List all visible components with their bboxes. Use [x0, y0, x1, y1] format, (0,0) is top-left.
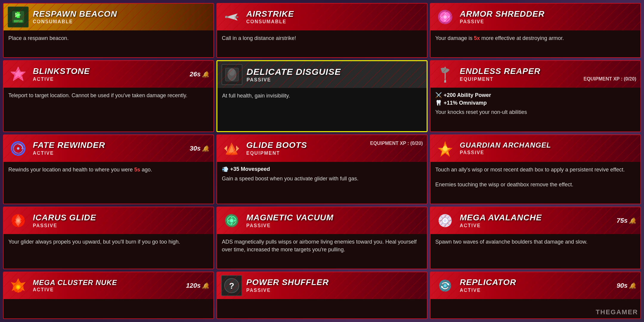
- delicate-disguise-subtitle: PASSIVE: [247, 77, 422, 83]
- svg-point-29: [226, 152, 238, 155]
- card-icarus-glide[interactable]: ICARUS GLIDE PASSIVE Your glider always …: [3, 207, 214, 269]
- svg-point-26: [17, 147, 19, 150]
- mega-cluster-nuke-body: [4, 299, 213, 318]
- mega-avalanche-title-block: MEGA AVALANCHE ACTIVE: [460, 213, 617, 228]
- airstrike-title-block: AIRSTRIKE CONSUMABLE: [246, 10, 423, 25]
- card-mega-avalanche[interactable]: MEGA AVALANCHE ACTIVE 75s 🔔 Spawn two wa…: [430, 207, 641, 269]
- mega-avalanche-timer: 75s: [617, 217, 628, 225]
- card-armor-shredder[interactable]: ARMOR SHREDDER PASSIVE Your damage is 5x…: [430, 3, 641, 58]
- svg-rect-22: [444, 80, 446, 83]
- respawn-beacon-body: Place a respawn beacon.: [4, 30, 213, 57]
- airstrike-desc: Call in a long distance airstrike!: [222, 35, 422, 42]
- airstrike-title: AIRSTRIKE: [246, 10, 423, 19]
- ability-power-icon: ⚔️: [435, 92, 442, 98]
- mega-avalanche-icon: [435, 210, 456, 231]
- blinkstone-desc: Teleport to target location. Cannot be u…: [8, 92, 209, 99]
- card-fate-rewinder[interactable]: FATE REWINDER ACTIVE 30s 🔔 Rewinds your …: [3, 134, 214, 205]
- guardian-archangel-body: Touch an ally's wisp or most recent deat…: [431, 162, 640, 204]
- svg-text:?: ?: [229, 281, 234, 290]
- icarus-glide-subtitle: PASSIVE: [33, 223, 209, 228]
- magnetic-vacuum-icon: [221, 210, 242, 231]
- card-header-magnetic-vacuum: MAGNETIC VACUUM PASSIVE: [217, 207, 427, 234]
- delicate-disguise-icon: [222, 64, 242, 85]
- airstrike-subtitle: CONSUMABLE: [246, 19, 423, 24]
- armor-shredder-desc: Your damage is 5x more effective at dest…: [435, 35, 636, 42]
- card-airstrike[interactable]: AIRSTRIKE CONSUMABLE Call in a long dist…: [216, 3, 428, 58]
- fate-rewinder-icon: [8, 138, 29, 159]
- mega-cluster-nuke-timer: 120s: [186, 282, 201, 290]
- endless-reaper-stats: ⚔️ +200 Ability Power 🦷 +11% Omnivamp: [435, 92, 636, 106]
- card-header-guardian-archangel: GUARDIAN ARCHANGEL PASSIVE: [431, 135, 640, 162]
- fate-rewinder-title-block: FATE REWINDER ACTIVE: [33, 141, 190, 156]
- replicator-icon: [435, 275, 456, 296]
- airstrike-icon: [221, 7, 242, 27]
- svg-point-41: [230, 219, 233, 222]
- card-guardian-archangel[interactable]: GUARDIAN ARCHANGEL PASSIVE Touch an ally…: [430, 134, 641, 205]
- replicator-timer: 90s: [617, 282, 628, 290]
- blinkstone-icon: [8, 64, 29, 85]
- card-header-glide-boots: GLIDE BOOTS EQUIPMENT EQUIPMENT XP : (0/…: [217, 135, 427, 162]
- card-delicate-disguise[interactable]: DELICATE DISGUISE PASSIVE At full health…: [216, 60, 428, 132]
- card-mega-cluster-nuke[interactable]: MEGA CLUSTER NUKE ACTIVE 120s 🔔: [3, 272, 214, 319]
- main-grid: RESPAWN BEACON CONSUMABLE Place a respaw…: [0, 0, 644, 322]
- mega-avalanche-badge: 75s 🔔: [617, 217, 636, 225]
- endless-reaper-title: ENDLESS REAPER: [460, 67, 636, 76]
- stat-movespeed: 💨 +35 Movespeed: [222, 166, 422, 173]
- endless-reaper-icon: [435, 64, 456, 85]
- card-header-airstrike: AIRSTRIKE CONSUMABLE: [217, 4, 427, 30]
- card-header-armor-shredder: ARMOR SHREDDER PASSIVE: [431, 4, 640, 30]
- respawn-beacon-subtitle: CONSUMABLE: [33, 19, 209, 24]
- glide-boots-subtitle: EQUIPMENT: [246, 151, 307, 156]
- card-endless-reaper[interactable]: ENDLESS REAPER EQUIPMENT EQUIPMENT XP : …: [430, 60, 641, 132]
- glide-boots-title-block: GLIDE BOOTS EQUIPMENT EQUIPMENT XP : (0/…: [246, 141, 423, 156]
- mega-avalanche-bell-icon: 🔔: [629, 217, 636, 224]
- card-header-blinkstone: BLINKSTONE ACTIVE 26s 🔔: [4, 61, 213, 88]
- svg-marker-25: [21, 147, 24, 149]
- svg-rect-3: [14, 20, 23, 22]
- movespeed-icon: 💨: [222, 166, 228, 173]
- mega-cluster-nuke-title-block: MEGA CLUSTER NUKE ACTIVE: [33, 279, 186, 292]
- fate-rewinder-body: Rewinds your location and health to wher…: [4, 162, 213, 204]
- guardian-archangel-title-block: GUARDIAN ARCHANGEL PASSIVE: [460, 141, 636, 155]
- glide-boots-desc: Gain a speed boost when you activate gli…: [222, 175, 422, 182]
- watermark: THEGAMER: [596, 308, 638, 316]
- svg-point-14: [443, 15, 447, 19]
- armor-shredder-icon: [435, 7, 456, 27]
- power-shuffler-title: POWER SHUFFLER: [246, 278, 423, 287]
- blinkstone-body: Teleport to target location. Cannot be u…: [4, 88, 213, 131]
- omnivamp-icon: 🦷: [435, 100, 442, 106]
- card-header-mega-cluster-nuke: MEGA CLUSTER NUKE ACTIVE 120s 🔔: [4, 272, 213, 299]
- armor-shredder-title: ARMOR SHREDDER: [460, 10, 636, 19]
- mega-avalanche-desc: Spawn two waves of avalanche boulders th…: [435, 238, 636, 246]
- delicate-disguise-desc: At full health, gain invisibility.: [222, 92, 422, 100]
- card-magnetic-vacuum[interactable]: MAGNETIC VACUUM PASSIVE ADS magnetically…: [216, 207, 428, 269]
- glide-boots-title: GLIDE BOOTS: [246, 141, 307, 150]
- fate-rewinder-timer: 30s: [190, 145, 201, 152]
- endless-reaper-xp: EQUIPMENT XP : (0/20): [583, 76, 636, 82]
- svg-marker-30: [224, 145, 227, 151]
- icarus-glide-body: Your glider always propels you upward, b…: [4, 234, 213, 269]
- fate-rewinder-title: FATE REWINDER: [33, 141, 190, 150]
- card-blinkstone[interactable]: BLINKSTONE ACTIVE 26s 🔔 Teleport to targ…: [3, 60, 214, 132]
- stat-omnivamp: 🦷 +11% Omnivamp: [435, 100, 636, 106]
- fate-rewinder-subtitle: ACTIVE: [33, 151, 190, 156]
- mega-cluster-nuke-icon: [8, 275, 29, 296]
- mega-cluster-nuke-badge: 120s 🔔: [186, 282, 209, 290]
- respawn-beacon-desc: Place a respawn beacon.: [8, 35, 209, 42]
- card-glide-boots[interactable]: GLIDE BOOTS EQUIPMENT EQUIPMENT XP : (0/…: [216, 134, 428, 205]
- card-respawn-beacon[interactable]: RESPAWN BEACON CONSUMABLE Place a respaw…: [3, 3, 214, 58]
- mega-avalanche-subtitle: ACTIVE: [460, 223, 617, 228]
- card-header-respawn-beacon: RESPAWN BEACON CONSUMABLE: [4, 4, 213, 30]
- delicate-disguise-title-block: DELICATE DISGUISE PASSIVE: [247, 67, 422, 83]
- svg-point-58: [444, 284, 447, 287]
- movespeed-text: +35 Movespeed: [230, 166, 270, 172]
- stat-ability-power: ⚔️ +200 Ability Power: [435, 92, 636, 98]
- svg-marker-31: [236, 145, 239, 151]
- endless-reaper-title-block: ENDLESS REAPER EQUIPMENT EQUIPMENT XP : …: [460, 67, 636, 82]
- replicator-bell-icon: 🔔: [629, 282, 636, 289]
- guardian-archangel-icon: [435, 138, 456, 159]
- delicate-disguise-body: At full health, gain invisibility.: [217, 88, 427, 131]
- mega-cluster-nuke-title: MEGA CLUSTER NUKE: [33, 279, 186, 287]
- fate-rewinder-bell-icon: 🔔: [202, 145, 209, 152]
- card-power-shuffler[interactable]: ? POWER SHUFFLER PASSIVE: [216, 272, 428, 319]
